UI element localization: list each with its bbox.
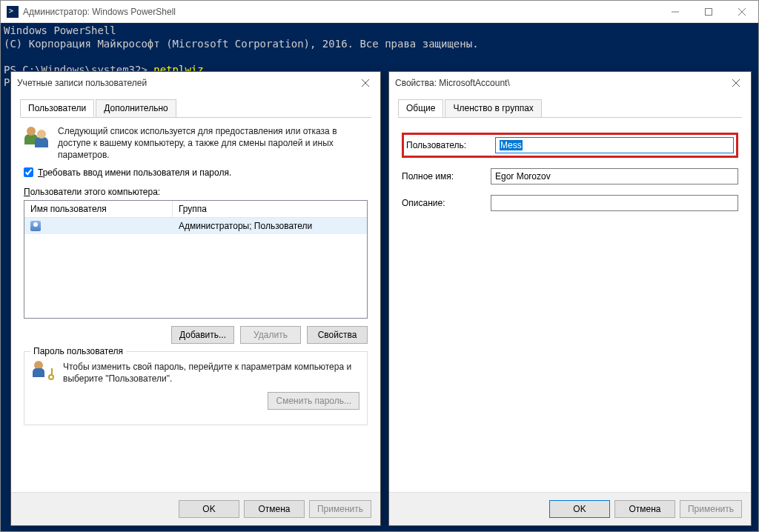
user-accounts-dialog: Учетные записи пользователей Пользовател… xyxy=(10,71,381,526)
cancel-button[interactable]: Отмена xyxy=(614,500,675,518)
key-icon xyxy=(32,361,56,382)
fullname-input[interactable] xyxy=(491,168,738,184)
tab-panel-general: Пользователь: Mess Полное имя: Описание: xyxy=(398,117,742,225)
col-username[interactable]: Имя пользователя xyxy=(24,201,173,217)
require-login-checkbox[interactable] xyxy=(24,167,33,177)
apply-button[interactable]: Применить xyxy=(309,500,371,518)
description-input[interactable] xyxy=(491,195,738,211)
window-controls xyxy=(658,1,758,22)
tabs: Общие Членство в группах xyxy=(398,99,742,118)
tab-membership[interactable]: Членство в группах xyxy=(445,99,541,117)
tab-users[interactable]: Пользователи xyxy=(20,99,94,117)
cell-username xyxy=(24,219,173,233)
description-field-row: Описание: xyxy=(402,195,738,211)
titlebar: Администратор: Windows PowerShell xyxy=(1,1,758,23)
users-icon xyxy=(24,125,50,152)
properties-button[interactable]: Свойства xyxy=(307,326,368,344)
dialog-body: Пользователи Дополнительно Следующий спи… xyxy=(11,94,380,492)
powershell-icon xyxy=(7,6,19,18)
fullname-field-row: Полное имя: xyxy=(402,168,738,184)
users-list-label: Пользователи этого компьютера: xyxy=(24,187,368,197)
change-password-button[interactable]: Сменить пароль... xyxy=(268,392,359,410)
dialog-body: Общие Членство в группах Пользователь: M… xyxy=(389,94,751,492)
dialog-title: Учетные записи пользователей xyxy=(17,78,357,88)
user-buttons-row: Добавить... Удалить Свойства xyxy=(24,326,368,344)
col-group[interactable]: Группа xyxy=(173,201,367,217)
table-row[interactable]: Администраторы; Пользователи xyxy=(24,218,367,234)
description-label: Описание: xyxy=(402,198,483,208)
highlight-box: Пользователь: Mess xyxy=(402,133,738,158)
user-icon xyxy=(30,221,41,231)
require-login-row: Требовать ввод имени пользователя и паро… xyxy=(24,167,368,178)
password-title: Пароль пользователя xyxy=(30,346,126,356)
users-listview[interactable]: Имя пользователя Группа Администраторы; … xyxy=(24,200,368,319)
tab-panel-users: Следующий список используется для предос… xyxy=(20,117,371,429)
password-row: Чтобы изменить свой пароль, перейдите к … xyxy=(32,361,359,385)
dialog-footer: OK Отмена Применить xyxy=(11,492,380,525)
cancel-button[interactable]: Отмена xyxy=(244,500,305,518)
close-icon[interactable] xyxy=(727,74,745,92)
add-button[interactable]: Добавить... xyxy=(171,326,234,344)
tab-general[interactable]: Общие xyxy=(398,99,443,117)
apply-button[interactable]: Применить xyxy=(680,500,742,518)
dialog-title: Свойства: MicrosoftAccount\ xyxy=(395,78,727,88)
maximize-button[interactable] xyxy=(692,1,725,22)
dialog-footer: OK Отмена Применить xyxy=(389,492,751,525)
info-row: Следующий список используется для предос… xyxy=(24,125,368,162)
fullname-label: Полное имя: xyxy=(402,171,483,182)
require-login-label: Требовать ввод имени пользователя и паро… xyxy=(38,167,231,178)
remove-button[interactable]: Удалить xyxy=(240,326,301,344)
change-password-row: Сменить пароль... xyxy=(32,392,359,410)
close-icon[interactable] xyxy=(357,74,374,92)
cell-group: Администраторы; Пользователи xyxy=(173,219,367,233)
user-label: Пользователь: xyxy=(406,140,488,150)
window-title: Администратор: Windows PowerShell xyxy=(23,7,658,17)
close-button[interactable] xyxy=(725,1,758,22)
user-input[interactable]: Mess xyxy=(495,137,734,153)
ok-button[interactable]: OK xyxy=(549,500,610,518)
info-text: Следующий список используется для предос… xyxy=(58,125,368,162)
dialog-titlebar: Учетные записи пользователей xyxy=(11,72,380,94)
console-line: (C) Корпорация Майкрософт (Microsoft Cor… xyxy=(4,38,479,50)
listview-header: Имя пользователя Группа xyxy=(24,201,367,218)
svg-rect-1 xyxy=(705,8,712,15)
tab-advanced[interactable]: Дополнительно xyxy=(96,99,176,117)
minimize-button[interactable] xyxy=(658,1,692,22)
password-text: Чтобы изменить свой пароль, перейдите к … xyxy=(63,361,359,385)
properties-dialog: Свойства: MicrosoftAccount\ Общие Членст… xyxy=(388,71,752,526)
console-line: Windows PowerShell xyxy=(4,24,116,36)
password-groupbox: Пароль пользователя Чтобы изменить свой … xyxy=(24,351,368,425)
user-field-row: Пользователь: Mess xyxy=(406,137,734,153)
tabs: Пользователи Дополнительно xyxy=(20,99,371,118)
dialog-titlebar: Свойства: MicrosoftAccount\ xyxy=(389,72,751,94)
ok-button[interactable]: OK xyxy=(179,500,239,518)
